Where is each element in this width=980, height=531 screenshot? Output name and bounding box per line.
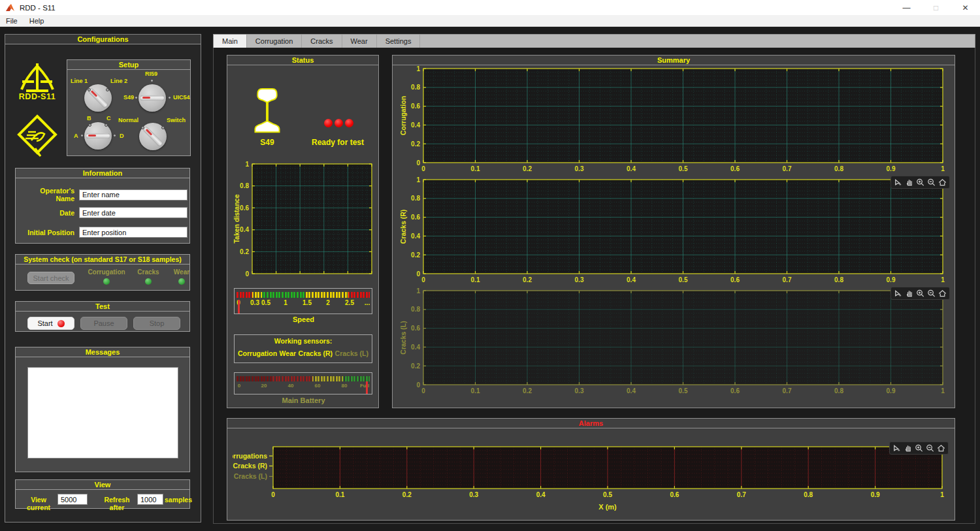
rail-profile-label: S49 <box>248 138 287 147</box>
profile-selector-knob[interactable] <box>139 84 166 112</box>
start-button[interactable]: Start <box>27 317 74 330</box>
view-panel: View View current Refresh after samples <box>15 479 190 509</box>
svg-text:0.5: 0.5 <box>679 165 688 172</box>
svg-text:0.6: 0.6 <box>730 165 740 172</box>
home-icon[interactable] <box>938 288 947 298</box>
zoom-in-icon[interactable] <box>915 288 925 298</box>
status-title: Status <box>227 56 378 65</box>
system-check-panel: System check (on standard S17 or S18 sam… <box>15 254 190 291</box>
svg-text:0.2: 0.2 <box>523 276 532 283</box>
zoom-in-icon[interactable] <box>915 177 925 187</box>
minimize-button[interactable]: — <box>892 0 921 15</box>
alarms-panel: Alarms 00.10.20.30.40.50.60.70.80.91Corr… <box>227 418 955 521</box>
svg-text:0.2: 0.2 <box>523 165 532 172</box>
home-icon[interactable] <box>938 177 947 187</box>
battery-tick: 60 <box>315 383 321 389</box>
start-check-button[interactable]: Start check <box>27 272 74 284</box>
svg-text:0.7: 0.7 <box>783 387 792 394</box>
svg-text:0.9: 0.9 <box>887 387 896 394</box>
test-panel: Test Start Pause Stop <box>15 301 190 332</box>
summary-title: Summary <box>393 56 955 65</box>
test-title: Test <box>16 302 189 312</box>
svg-text:0.8: 0.8 <box>411 195 420 202</box>
svg-text:0.8: 0.8 <box>240 182 249 189</box>
pan-icon[interactable] <box>904 177 914 187</box>
rail-profile-icon <box>252 87 282 140</box>
configurations-title: Configurations <box>5 35 201 44</box>
system-check-title: System check (on standard S17 or S18 sam… <box>16 255 189 265</box>
app-window: RDD - S11 — □ ✕ File Help Configurations… <box>0 0 980 531</box>
svg-text:0.3: 0.3 <box>575 276 584 283</box>
cracks-left-chart[interactable]: 00.10.20.30.40.50.60.70.80.9100.20.40.60… <box>399 287 951 398</box>
knob-pointer <box>88 135 96 137</box>
tab-wear[interactable]: Wear <box>342 35 377 48</box>
svg-text:0.6: 0.6 <box>730 276 740 283</box>
setup-title: Setup <box>67 60 190 70</box>
zoom-out-icon[interactable] <box>925 443 935 453</box>
stop-button[interactable]: Stop <box>133 317 180 330</box>
knob-groove <box>142 126 163 146</box>
knob-option-label: A <box>74 133 78 139</box>
alarms-title: Alarms <box>227 419 955 428</box>
record-led-icon <box>57 320 65 327</box>
svg-text:0.2: 0.2 <box>411 140 420 148</box>
knob-pointer <box>146 129 153 136</box>
home-icon[interactable] <box>936 443 946 453</box>
svg-text:0.4: 0.4 <box>411 121 420 129</box>
pause-button[interactable]: Pause <box>80 317 127 330</box>
tab-cracks[interactable]: Cracks <box>302 35 342 48</box>
speed-gauge: 0 0.3 0.5 1 1.5 2 2.5 ... <box>234 288 372 314</box>
pan-icon[interactable] <box>903 443 913 453</box>
svg-text:0.1: 0.1 <box>335 491 344 498</box>
messages-listbox[interactable] <box>27 367 178 459</box>
check-cracks-label: Cracks <box>133 268 163 276</box>
menu-file[interactable]: File <box>0 17 24 25</box>
brush-icon[interactable] <box>893 177 903 187</box>
cracks-right-chart[interactable]: 00.10.20.30.40.50.60.70.80.9100.20.40.60… <box>399 176 951 287</box>
brush-icon[interactable] <box>893 288 903 298</box>
svg-text:1: 1 <box>416 176 420 184</box>
brush-icon[interactable] <box>892 443 902 453</box>
speed-tick: ... <box>365 299 370 306</box>
svg-text:0: 0 <box>271 491 275 498</box>
svg-text:0.4: 0.4 <box>240 226 249 233</box>
svg-text:0: 0 <box>416 381 420 389</box>
corrugation-chart[interactable]: 00.10.20.30.40.50.60.70.80.9100.20.40.60… <box>399 65 951 176</box>
speed-tick: 0.3 <box>250 299 259 306</box>
taken-distance-chart[interactable]: 00.20.40.60.81Taken distance <box>233 160 378 282</box>
initial-position-label: Initial Position <box>20 229 74 236</box>
knob-option-label: UIC54 <box>173 94 190 101</box>
tab-main[interactable]: Main <box>214 35 247 48</box>
svg-text:0.4: 0.4 <box>411 233 420 240</box>
status-dot-icon <box>335 119 343 127</box>
zoom-in-icon[interactable] <box>914 443 924 453</box>
zoom-out-icon[interactable] <box>926 288 936 298</box>
tab-bar: Main Corrugation Cracks Wear Settings <box>213 34 975 48</box>
svg-text:0.3: 0.3 <box>575 165 584 172</box>
refresh-after-input[interactable] <box>137 494 163 505</box>
date-input[interactable] <box>79 207 188 218</box>
messages-panel: Messages <box>15 347 190 472</box>
svg-text:0.8: 0.8 <box>411 306 420 313</box>
maximize-button[interactable]: □ <box>921 0 951 15</box>
corrugation-check-led <box>103 278 110 285</box>
close-button[interactable]: ✕ <box>951 0 980 15</box>
information-title: Information <box>16 169 189 178</box>
alarms-chart[interactable]: 00.10.20.30.40.50.60.70.80.91Corrugation… <box>233 444 951 515</box>
speed-tick: 2.5 <box>345 299 354 306</box>
initial-position-input[interactable] <box>79 227 188 238</box>
view-current-input[interactable] <box>57 494 88 505</box>
operator-name-input[interactable] <box>79 189 188 201</box>
tab-settings[interactable]: Settings <box>377 35 421 48</box>
pan-icon[interactable] <box>904 288 914 298</box>
svg-text:0.2: 0.2 <box>411 362 420 370</box>
menu-help[interactable]: Help <box>24 17 50 25</box>
rdd-s11-logo-text: RDD-S11 <box>12 92 63 101</box>
zoom-out-icon[interactable] <box>926 177 936 187</box>
speed-tick: 0.5 <box>261 299 270 306</box>
knob-option-label: Switch <box>167 117 186 123</box>
summary-panel: Summary 00.10.20.30.40.50.60.70.80.9100.… <box>392 55 955 408</box>
tab-corrugation[interactable]: Corrugation <box>247 35 302 48</box>
svg-text:0.7: 0.7 <box>737 491 746 498</box>
knob-option-label: S49 <box>123 94 134 101</box>
